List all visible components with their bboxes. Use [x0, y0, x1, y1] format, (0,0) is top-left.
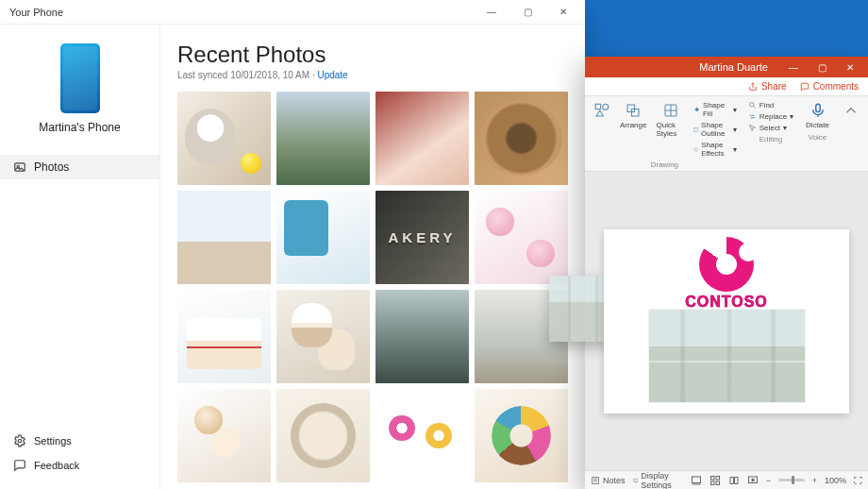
minimize-button[interactable]: — [476, 3, 508, 22]
shape-format-list: Shape Fill▾ Shape Outline▾ Shape Effects… [692, 100, 739, 159]
your-phone-titlebar[interactable]: Your Phone — ▢ ✕ [0, 0, 585, 25]
your-phone-nav: Photos [0, 149, 159, 179]
close-button[interactable]: ✕ [836, 57, 864, 77]
slide[interactable]: CONTOSO CAFE [604, 229, 849, 413]
nav-feedback[interactable]: Feedback [0, 453, 159, 478]
photo-thumb[interactable] [376, 389, 469, 482]
minimize-button[interactable]: — [779, 57, 808, 77]
device-summary: Martina's Phone [0, 34, 159, 149]
comments-label: Comments [813, 81, 859, 92]
powerpoint-titlebar[interactable]: Martina Duarte — ▢ ✕ [585, 57, 868, 77]
powerpoint-window-controls: — ▢ ✕ [779, 57, 864, 77]
editing-list: Find Replace▾ Select▾ [746, 100, 795, 133]
close-button[interactable]: ✕ [547, 3, 579, 22]
photo-thumb[interactable] [475, 191, 568, 284]
photo-thumb[interactable] [276, 389, 370, 482]
svg-rect-3 [595, 104, 600, 109]
user-name: Martina Duarte [699, 61, 768, 73]
photo-thumb[interactable] [475, 389, 568, 482]
photo-thumb[interactable] [276, 290, 370, 383]
photo-thumb[interactable] [276, 92, 370, 185]
notes-button[interactable]: Notes [591, 476, 626, 485]
chevron-up-icon [843, 102, 860, 119]
zoom-in-button[interactable]: + [812, 476, 817, 485]
search-icon [748, 101, 757, 110]
svg-rect-16 [716, 476, 720, 480]
svg-rect-18 [716, 481, 720, 485]
photo-thumb[interactable] [177, 389, 271, 482]
svg-rect-6 [632, 110, 640, 117]
select-button[interactable]: Select▾ [746, 123, 795, 133]
svg-rect-13 [633, 479, 637, 481]
voice-group-label: Voice [809, 133, 827, 142]
reading-view-button[interactable] [728, 474, 740, 487]
slide-inserted-photo[interactable] [649, 310, 805, 402]
display-icon [633, 476, 639, 485]
svg-rect-5 [627, 105, 635, 112]
quick-styles-icon [662, 102, 679, 119]
drawing-group-label: Drawing [651, 160, 678, 169]
quick-styles-button[interactable]: Quick Styles [653, 100, 687, 140]
shape-effects-button[interactable]: Shape Effects▾ [692, 140, 739, 159]
your-phone-window-controls: — ▢ ✕ [476, 3, 579, 22]
nav-settings[interactable]: Settings [0, 429, 159, 453]
chevron-down-icon: ▾ [733, 126, 737, 134]
powerpoint-share-bar: Share Comments [585, 77, 868, 96]
photo-thumb[interactable] [475, 92, 568, 185]
zoom-slider[interactable] [778, 479, 804, 481]
zoom-out-button[interactable]: − [766, 476, 771, 485]
dictate-button[interactable]: Dictate [803, 100, 832, 131]
normal-view-button[interactable] [691, 474, 702, 487]
photo-thumb[interactable] [376, 92, 469, 185]
outline-icon [693, 126, 698, 134]
maximize-button[interactable]: ▢ [808, 57, 836, 77]
microphone-icon [810, 102, 826, 119]
photo-thumb[interactable] [177, 290, 271, 383]
photo-thumb[interactable] [376, 191, 469, 284]
gear-icon [13, 434, 26, 447]
powerpoint-window: Martina Duarte — ▢ ✕ Share Comments Arra… [585, 57, 868, 489]
photo-thumb[interactable] [177, 191, 271, 284]
dictate-label: Dictate [806, 121, 829, 129]
svg-point-2 [18, 439, 22, 443]
update-link[interactable]: Update [317, 70, 347, 80]
display-settings-button[interactable]: Display Settings [633, 471, 676, 490]
powerpoint-status-bar: Notes Display Settings − + 100% ⛶ [585, 470, 868, 489]
device-name: Martina's Phone [39, 121, 120, 134]
comments-icon [800, 82, 810, 92]
your-phone-sidebar: Martina's Phone Photos Settings Feedback [0, 25, 160, 489]
sorter-view-button[interactable] [709, 474, 721, 487]
recent-photos-heading: Recent Photos [177, 42, 568, 68]
your-phone-window: Your Phone — ▢ ✕ Martina's Phone Photos [0, 0, 585, 489]
effects-icon [693, 145, 699, 154]
share-button[interactable]: Share [748, 81, 787, 92]
slide-canvas[interactable]: CONTOSO CAFE [585, 172, 868, 470]
nav-photos[interactable]: Photos [0, 155, 159, 179]
slideshow-view-button[interactable] [747, 474, 759, 487]
quick-styles-label: Quick Styles [656, 121, 684, 138]
maximize-button[interactable]: ▢ [511, 3, 543, 22]
sorter-view-icon [709, 475, 721, 486]
phone-icon [60, 43, 100, 113]
normal-view-icon [691, 475, 702, 486]
share-label: Share [761, 81, 787, 92]
svg-rect-14 [693, 477, 701, 483]
nav-settings-label: Settings [34, 435, 72, 447]
arrange-button[interactable]: Arrange [617, 100, 649, 131]
shapes-gallery[interactable] [591, 100, 613, 121]
shape-fill-button[interactable]: Shape Fill▾ [692, 100, 739, 119]
shape-outline-button[interactable]: Shape Outline▾ [692, 120, 739, 139]
your-phone-bottom-nav: Settings Feedback [0, 423, 159, 489]
feedback-icon [13, 459, 26, 472]
photo-thumb[interactable] [177, 92, 271, 185]
photo-thumb[interactable] [376, 290, 469, 383]
fit-to-window-button[interactable]: ⛶ [854, 476, 862, 485]
ribbon-collapse-button[interactable] [840, 100, 862, 169]
photo-thumb[interactable] [276, 191, 370, 284]
ribbon-group-voice: Dictate Voice [803, 100, 832, 169]
replace-button[interactable]: Replace▾ [746, 111, 795, 122]
find-button[interactable]: Find [746, 100, 795, 110]
comments-button[interactable]: Comments [800, 81, 859, 92]
arrange-icon [625, 102, 642, 119]
share-icon [748, 82, 758, 92]
